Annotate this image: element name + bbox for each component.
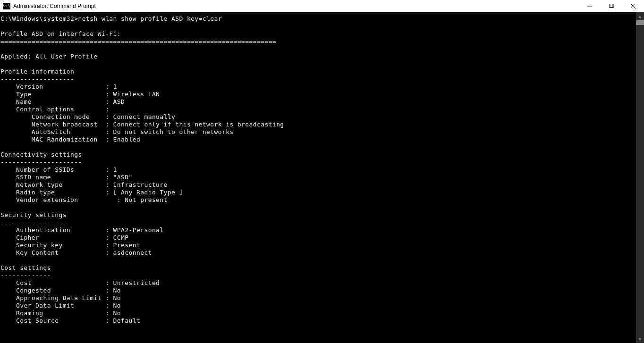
minimize-button[interactable] [579, 0, 601, 12]
scroll-up-icon[interactable]: ▲ [636, 12, 644, 20]
row-label: Approaching Data Limit [16, 294, 102, 301]
row-value: "ASD" [113, 174, 133, 181]
row-label: Congested [16, 287, 51, 294]
row-value: 1 [113, 166, 117, 173]
command-text: netsh wlan show profile ASD key=clear [78, 15, 222, 22]
row-value: Default [113, 317, 141, 324]
row-value: ASD [113, 98, 125, 105]
console-area: C:\Windows\system32>netsh wlan show prof… [0, 12, 644, 343]
row-value: Not present [125, 196, 168, 203]
row-label: Cipher [16, 234, 39, 241]
row-label: Number of SSIDs [16, 166, 74, 173]
row-value: No [113, 294, 121, 301]
profile-header: Profile ASD on interface Wi-Fi: [0, 30, 121, 37]
row-label: SSID name [16, 174, 51, 181]
row-label: Network type [16, 181, 63, 188]
row-label: Control options [16, 106, 74, 113]
maximize-button[interactable] [601, 0, 622, 12]
applied-label: Applied: [0, 53, 32, 60]
window-titlebar: C:\ Administrator: Command Prompt [0, 0, 644, 12]
row-label: Radio type [16, 189, 55, 196]
row-label: Version [16, 83, 43, 90]
row-value: No [113, 302, 121, 309]
prompt-text: C:\Windows\system32> [0, 15, 78, 22]
row-value: WPA2-Personal [113, 226, 164, 234]
row-value: CCMP [113, 234, 129, 241]
row-label: MAC Randomization [32, 136, 98, 143]
cmd-icon: C:\ [3, 3, 10, 9]
row-label: Type [16, 91, 32, 98]
applied-value: All User Profile [35, 53, 98, 60]
row-label: Network broadcast [32, 121, 98, 128]
row-value: Enabled [113, 136, 141, 143]
close-button[interactable] [622, 0, 644, 12]
section-divider: ----------------- [0, 219, 67, 226]
row-label: Security key [16, 242, 63, 249]
scroll-track[interactable] [636, 20, 644, 335]
separator-line: ========================================… [0, 38, 276, 45]
row-label: Over Data Limit [16, 302, 74, 309]
section-divider: --------------------- [0, 159, 82, 166]
row-label: Key Content [16, 249, 59, 256]
row-label: Authentication [16, 226, 70, 234]
row-value: [ Any Radio Type ] [113, 189, 183, 196]
row-label: Cost Source [16, 317, 59, 324]
svg-rect-2 [610, 4, 614, 8]
section-title: Connectivity settings [0, 151, 82, 158]
row-value: 1 [113, 83, 117, 90]
row-label: Roaming [16, 310, 43, 317]
svg-rect-1 [609, 4, 613, 8]
window-controls [579, 0, 644, 12]
row-value: No [113, 310, 121, 317]
scroll-down-icon[interactable]: ▼ [636, 335, 644, 343]
row-value: No [113, 287, 121, 294]
row-value: asdconnect [113, 249, 152, 256]
row-label: Connection mode [32, 113, 90, 120]
row-label: Vendor extension [16, 196, 78, 203]
section-title: Cost settings [0, 264, 51, 271]
row-value: Unrestricted [113, 279, 160, 286]
row-value: Do not switch to other networks [113, 128, 234, 135]
vertical-scrollbar[interactable]: ▲ ▼ [636, 12, 644, 343]
terminal-output[interactable]: C:\Windows\system32>netsh wlan show prof… [0, 12, 636, 343]
window-title: Administrator: Command Prompt [13, 3, 96, 9]
row-value: Present [113, 242, 141, 249]
row-label: Cost [16, 279, 32, 286]
row-value: Wireless LAN [113, 91, 160, 98]
scroll-thumb[interactable] [636, 20, 644, 25]
row-value: Connect manually [113, 113, 176, 120]
row-label: Name [16, 98, 32, 105]
row-value: Infrastructure [113, 181, 168, 188]
section-divider: ------------- [0, 272, 51, 279]
section-title: Profile information [0, 68, 74, 75]
row-label: AutoSwitch [32, 128, 70, 135]
row-value: Connect only if this network is broadcas… [113, 121, 284, 128]
section-divider: ------------------- [0, 75, 74, 83]
section-title: Security settings [0, 211, 67, 218]
